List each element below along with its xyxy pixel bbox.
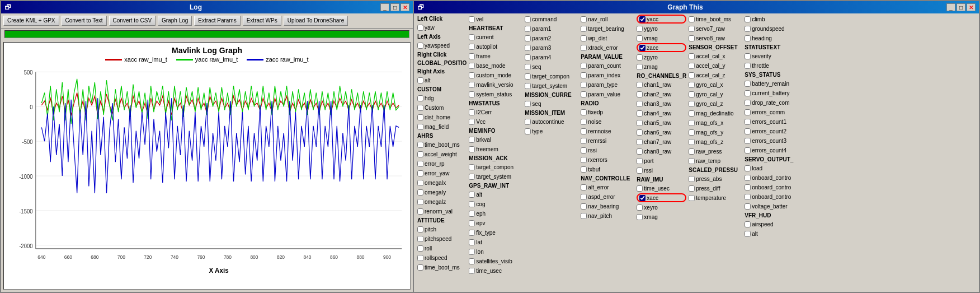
cb-time-boot-ms2[interactable] [417, 264, 423, 271]
cb-nav-bearing[interactable] [581, 203, 587, 210]
cb-rxerrors[interactable] [581, 157, 587, 163]
cb-remnoise[interactable] [581, 128, 587, 134]
cb-onboard-contro2[interactable] [745, 184, 751, 190]
cb-mavlink-versio[interactable] [469, 82, 475, 88]
cb-heading[interactable] [745, 35, 751, 41]
cb-frame[interactable] [469, 53, 475, 59]
cb-fixedp[interactable] [581, 109, 587, 115]
cb-param-type[interactable] [581, 82, 587, 88]
cb-accel-cal-y[interactable] [689, 63, 695, 69]
cb-dist-home[interactable] [417, 114, 423, 120]
cb-lon1[interactable] [469, 249, 475, 255]
cb-renorm-val[interactable] [417, 208, 423, 215]
cb-time-usec2[interactable] [637, 185, 643, 192]
cb-target-compon2[interactable] [525, 73, 531, 80]
cb-target-system2[interactable] [525, 83, 531, 89]
cb-climb[interactable] [745, 16, 751, 22]
cb-txbuf[interactable] [581, 166, 587, 173]
upload-to-droneshare-button[interactable]: Upload To DroneShare [284, 16, 348, 26]
cb-roll[interactable] [417, 245, 423, 252]
cb-base-mode[interactable] [469, 63, 475, 69]
cb-hdg[interactable] [417, 95, 423, 101]
cb-satellites[interactable] [469, 258, 475, 264]
cb-current[interactable] [469, 34, 475, 40]
cb-press-diff[interactable] [689, 185, 695, 192]
left-minimize-button[interactable]: _ [380, 3, 389, 11]
cb-servo7-raw[interactable] [689, 26, 695, 32]
cb-autocontinue[interactable] [525, 119, 531, 125]
cb-current-battery[interactable] [745, 90, 751, 96]
cb-error-rp[interactable] [417, 161, 423, 167]
cb-zmag[interactable] [637, 64, 643, 70]
cb-target-bearing[interactable] [581, 26, 587, 32]
cb-severity[interactable] [745, 53, 751, 59]
cb-system-status[interactable] [469, 91, 475, 97]
cb-param4[interactable] [525, 54, 531, 61]
cb-param-index[interactable] [581, 72, 587, 78]
cb-accel-cal-z[interactable] [689, 72, 695, 78]
cb-yaw[interactable] [417, 25, 423, 31]
cb-chan2-raw[interactable] [637, 91, 643, 97]
cb-errors-comm[interactable] [745, 109, 751, 115]
cb-autopilot[interactable] [469, 44, 475, 50]
cb-xtrack-error[interactable] [581, 45, 587, 51]
cb-zgyro[interactable] [637, 54, 643, 61]
graph-log-button[interactable]: Graph Log [158, 16, 192, 26]
right-close-button[interactable]: ✕ [967, 3, 976, 11]
cb-pitch[interactable] [417, 226, 423, 232]
right-minimize-button[interactable]: _ [946, 3, 955, 11]
cb-chan7-raw[interactable] [637, 139, 643, 145]
cb-noise[interactable] [581, 119, 587, 125]
cb-raw-temp[interactable] [689, 158, 695, 164]
cb-port[interactable] [637, 158, 643, 164]
cb-groundspeed[interactable] [745, 26, 751, 32]
cb-vmag[interactable] [637, 35, 643, 41]
cb-gyro-cal-z[interactable] [689, 101, 695, 107]
create-kml-gpx-button[interactable]: Create KML + GPX [3, 16, 59, 26]
cb-time-usec1[interactable] [469, 268, 475, 274]
cb-temperature[interactable] [689, 195, 695, 201]
cb-lat1[interactable] [469, 239, 475, 245]
cb-param1[interactable] [525, 26, 531, 32]
cb-custom-mode[interactable] [469, 72, 475, 78]
cb-cog[interactable] [469, 201, 475, 207]
cb-rollspeed[interactable] [417, 255, 423, 261]
cb-press-abs[interactable] [689, 176, 695, 182]
cb-vel[interactable] [469, 16, 475, 22]
cb-error-yaw[interactable] [417, 170, 423, 176]
left-maximize-button[interactable]: □ [390, 3, 399, 11]
cb-alt-error[interactable] [581, 184, 587, 190]
cb-param-count[interactable] [581, 63, 587, 69]
cb-chan6-raw[interactable] [637, 129, 643, 136]
cb-seq2[interactable] [525, 101, 531, 107]
cb-custom[interactable] [417, 105, 423, 111]
cb-errors-count1[interactable] [745, 119, 751, 125]
cb-drop-rate-com[interactable] [745, 100, 751, 106]
cb-mag-ofs-y[interactable] [689, 129, 695, 136]
cb-target-system1[interactable] [469, 174, 475, 180]
cb-alt3[interactable] [745, 231, 751, 237]
cb-errors-count3[interactable] [745, 138, 751, 144]
cb-xeyro[interactable] [637, 204, 643, 211]
cb-param2[interactable] [525, 35, 531, 41]
cb-target-compon1[interactable] [469, 164, 475, 170]
cb-seq1[interactable] [525, 64, 531, 70]
cb-gyro-cal-x[interactable] [689, 82, 695, 88]
cb-ygyro[interactable] [637, 26, 643, 32]
convert-to-text-button[interactable]: Convert to Text [62, 16, 107, 26]
cb-aspd-error[interactable] [581, 194, 587, 200]
cb-type1[interactable] [525, 128, 531, 134]
cb-chan8-raw[interactable] [637, 148, 643, 155]
cb-accel-cal-x[interactable] [689, 53, 695, 59]
cb-remrssi[interactable] [581, 138, 587, 144]
cb-fix-type[interactable] [469, 230, 475, 236]
cb-onboard-contro1[interactable] [745, 175, 751, 181]
cb-command[interactable] [525, 16, 531, 22]
cb-battery-remain[interactable] [745, 81, 751, 87]
cb-voltage-batter[interactable] [745, 203, 751, 210]
cb-omega-iy[interactable] [417, 189, 423, 196]
cb-i2cerr[interactable] [469, 109, 475, 115]
cb-epv[interactable] [469, 220, 475, 226]
cb-mag-declinatio[interactable] [689, 110, 695, 117]
cb-errors-count4[interactable] [745, 147, 751, 154]
